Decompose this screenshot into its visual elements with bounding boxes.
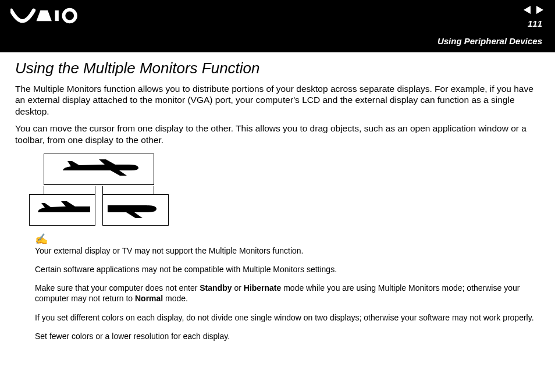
note-4: If you set different colors on each disp… <box>35 312 540 323</box>
diagram-bottom-left-monitor <box>29 194 95 226</box>
vaio-logo <box>10 7 80 24</box>
page-title: Using the Multiple Monitors Function <box>15 59 540 77</box>
airplane-left-icon <box>33 198 91 222</box>
prev-page-button[interactable] <box>524 6 531 14</box>
note-3-text-a: Make sure that your computer does not en… <box>35 283 200 293</box>
multi-monitor-diagram <box>29 154 169 226</box>
page-number: 111 <box>528 19 542 28</box>
note-3-text-b: or <box>232 283 244 293</box>
note-2: Certain software applications may not be… <box>35 264 540 275</box>
svg-rect-0 <box>55 10 59 21</box>
note-3: Make sure that your computer does not en… <box>35 283 540 304</box>
next-page-button[interactable] <box>536 6 543 14</box>
note-icon: ✍ <box>35 233 540 245</box>
page-content: Using the Multiple Monitors Function The… <box>0 52 555 341</box>
airplane-right-icon <box>106 198 165 222</box>
note-1: Your external display or TV may not supp… <box>35 245 540 256</box>
note-5: Set fewer colors or a lower resolution f… <box>35 331 540 341</box>
standby-label: Standby <box>200 283 232 293</box>
diagram-top-monitor <box>44 154 154 185</box>
svg-point-1 <box>63 10 76 22</box>
document-header: 111 Using Peripheral Devices <box>0 0 555 52</box>
hibernate-label: Hibernate <box>244 283 282 293</box>
nav-arrows <box>524 6 543 14</box>
note-3-text-d: mode. <box>163 294 188 303</box>
notes-block: ✍ Your external display or TV may not su… <box>35 233 540 341</box>
diagram-bottom-right-monitor <box>102 194 169 226</box>
intro-paragraph-2: You can move the cursor from one display… <box>15 123 540 145</box>
normal-label: Normal <box>135 294 163 303</box>
intro-paragraph-1: The Multiple Monitors function allows yo… <box>15 83 540 117</box>
airplane-icon <box>52 158 145 181</box>
section-link[interactable]: Using Peripheral Devices <box>437 36 542 46</box>
